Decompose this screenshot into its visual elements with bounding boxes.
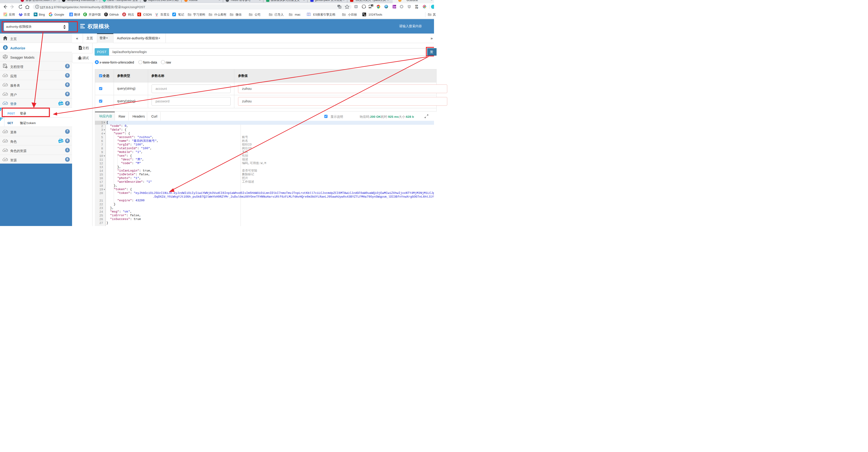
svg-text:API: API bbox=[4, 103, 7, 104]
svg-text:API: API bbox=[4, 159, 7, 161]
svg-text:API: API bbox=[4, 131, 7, 133]
svg-text:API: API bbox=[4, 93, 7, 95]
svg-text:API: API bbox=[4, 75, 7, 77]
svg-text:{..}: {..} bbox=[363, 6, 366, 8]
svg-text:en: en bbox=[369, 6, 371, 9]
svg-text:译: 译 bbox=[70, 13, 72, 16]
svg-text:RP: RP bbox=[394, 6, 396, 8]
svg-text:du: du bbox=[20, 15, 21, 16]
svg-text:API: API bbox=[4, 140, 7, 142]
svg-text:API: API bbox=[4, 84, 7, 86]
svg-text:24: 24 bbox=[364, 15, 366, 16]
svg-text:API: API bbox=[4, 150, 7, 151]
svg-text:Zip: Zip bbox=[415, 6, 418, 9]
